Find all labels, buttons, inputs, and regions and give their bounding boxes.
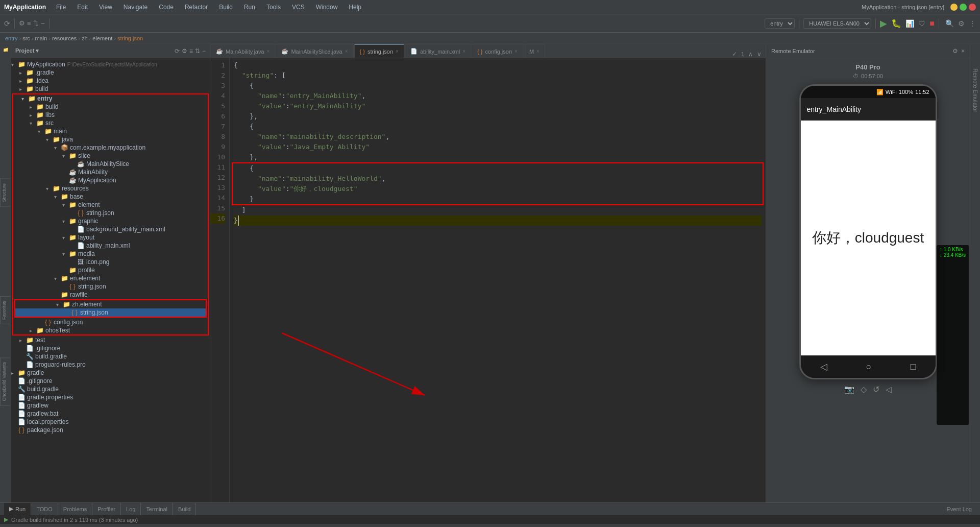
tab-close-more[interactable]: × (536, 49, 540, 54)
toolbar-icon-config[interactable]: ⚙ (19, 19, 25, 27)
tree-item-build-root[interactable]: ▸ 📁 build (11, 85, 210, 93)
tree-item-en-element[interactable]: ▾ 📁 en.element (13, 274, 208, 282)
ohosbuild-variants-tab[interactable]: OhosBuild Variants (0, 357, 10, 405)
tree-item-package[interactable]: ▾ 📦 com.example.myapplication (13, 143, 208, 152)
tree-item-src[interactable]: ▾ 📁 src (13, 119, 208, 127)
breadcrumb-entry[interactable]: entry (5, 35, 17, 41)
phone-unknown2-icon[interactable]: ◁ (886, 385, 892, 394)
nav-home-button[interactable]: ○ (866, 362, 872, 372)
btab-todo[interactable]: TODO (31, 503, 58, 515)
tree-item-profile[interactable]: ▸ 📁 profile (13, 266, 208, 274)
tree-item-gradle-folder[interactable]: ▸ 📁 gradle (11, 369, 210, 377)
tab-ability-xml[interactable]: 📄 ability_main.xml × (405, 44, 471, 58)
toolbar-icon-sort[interactable]: ⇅ (33, 19, 39, 27)
tree-item-root-build-gradle[interactable]: ▸ 🔧 build.gradle (11, 385, 210, 393)
tree-item-test[interactable]: ▸ 📁 test (11, 336, 210, 344)
toolbar-icon-sync[interactable]: ⟳ (4, 19, 10, 28)
tab-config-json[interactable]: { } config.json × (472, 44, 523, 58)
breadcrumb-main[interactable]: main (35, 35, 47, 41)
btab-run[interactable]: ▶ Run (4, 503, 31, 515)
toolbar-run-button[interactable]: ▶ (880, 18, 887, 29)
re-close-icon[interactable]: × (961, 47, 965, 55)
tree-item-mainability[interactable]: ▸ ☕ MainAbility (13, 168, 208, 176)
re-settings-icon[interactable]: ⚙ (952, 47, 958, 55)
tree-item-mainabilityslice[interactable]: ▸ ☕ MainAbilitySlice (13, 160, 208, 168)
toolbar-stop-button[interactable]: ■ (929, 19, 935, 28)
project-list-icon[interactable]: ≡ (189, 47, 193, 55)
menu-navigate[interactable]: Navigate (121, 3, 150, 12)
toolbar-coverage-button[interactable]: 🛡 (918, 19, 925, 28)
project-sort-icon[interactable]: ⇅ (195, 47, 200, 55)
menu-refactor[interactable]: Refactor (183, 3, 210, 12)
tree-item-resources[interactable]: ▾ 📁 resources (13, 184, 208, 193)
tree-item-base[interactable]: ▾ 📁 base (13, 193, 208, 201)
tree-item-zh-element[interactable]: ▾ 📁 zh.element (15, 300, 206, 308)
tab-close-mainability[interactable]: × (267, 49, 270, 54)
nav-recents-button[interactable]: □ (911, 362, 916, 372)
nav-back-button[interactable]: ◁ (820, 361, 827, 372)
tree-item-root-gitignore[interactable]: ▸ 📄 .gitignore (11, 377, 210, 385)
btab-terminal[interactable]: Terminal (141, 503, 173, 515)
tab-mainability-java[interactable]: ☕ MainAbility.java × (210, 44, 275, 58)
breadcrumb-element[interactable]: element (92, 35, 112, 41)
tab-mainabilityslice-java[interactable]: ☕ MainAbilitySlice.java × (276, 44, 353, 58)
tree-item-myapplication[interactable]: ▾ 📁 MyApplication F:\DevEcoStudioProject… (11, 60, 210, 68)
project-sync-icon[interactable]: ⟳ (175, 47, 180, 55)
tree-item-bg-xml[interactable]: ▸ 📄 background_ability_main.xml (13, 225, 208, 233)
breadcrumb-resources[interactable]: resources (52, 35, 77, 41)
menu-window[interactable]: Window (314, 3, 340, 12)
tree-item-libs[interactable]: ▸ 📁 libs (13, 111, 208, 119)
toolbar-more-button[interactable]: ⋮ (969, 19, 976, 28)
tree-item-build-gradle[interactable]: ▸ 🔧 build.gradle (11, 352, 210, 361)
tab-string-json[interactable]: { } string.json × (354, 44, 404, 58)
menu-run[interactable]: Run (242, 3, 257, 12)
close-button[interactable] (969, 4, 976, 11)
toolbar-search-button[interactable]: 🔍 (945, 19, 954, 28)
tree-item-java[interactable]: ▾ 📁 java (13, 135, 208, 143)
tree-item-layout[interactable]: ▾ 📁 layout (13, 233, 208, 242)
toolbar-settings-button[interactable]: ⚙ (958, 19, 965, 28)
tree-item-rawfile[interactable]: ▸ 📁 rawfile (13, 291, 208, 299)
tree-item-idea[interactable]: ▸ 📁 .idea (11, 77, 210, 85)
phone-rotate-icon[interactable]: ↺ (873, 385, 879, 394)
menu-edit[interactable]: Edit (75, 3, 90, 12)
favorites-tab[interactable]: Favorites (0, 296, 10, 324)
btab-build[interactable]: Build (173, 503, 196, 515)
menu-build[interactable]: Build (217, 3, 235, 12)
toolbar-profile-button[interactable]: 📊 (905, 19, 914, 28)
menu-file[interactable]: File (54, 3, 68, 12)
module-select[interactable]: entry (765, 18, 795, 29)
project-collapse-icon[interactable]: − (202, 47, 206, 55)
minimize-button[interactable] (950, 4, 958, 11)
tree-item-gradle[interactable]: ▸ 📁 .gradle (11, 68, 210, 77)
code-editor[interactable]: 1 2 3 4 5 6 7 8 9 10 11 12 13 14 15 16 (210, 58, 766, 502)
tree-item-element[interactable]: ▾ 📁 element (13, 201, 208, 209)
tree-item-gradlew[interactable]: ▸ 📄 gradlew (11, 401, 210, 410)
remote-emulator-side-label[interactable]: Remote Emulator (971, 64, 979, 116)
menu-tools[interactable]: Tools (264, 3, 283, 12)
tree-item-package-json[interactable]: ▸ { } package.json (11, 426, 210, 434)
menu-help[interactable]: Help (347, 3, 363, 12)
tree-item-local-properties[interactable]: ▸ 📄 local.properties (11, 418, 210, 426)
tree-item-ability-xml[interactable]: ▸ 📄 ability_main.xml (13, 242, 208, 250)
btab-log[interactable]: Log (121, 503, 141, 515)
tree-item-gradle-properties[interactable]: ▸ 📄 gradle.properties (11, 393, 210, 401)
tree-item-graphic[interactable]: ▾ 📁 graphic (13, 217, 208, 225)
menu-vcs[interactable]: VCS (290, 3, 307, 12)
structure-tab[interactable]: Structure (0, 179, 10, 207)
tab-more[interactable]: M × (524, 44, 545, 58)
tree-item-ohostest[interactable]: ▸ 📁 ohosTest (13, 326, 208, 334)
tree-item-proguard[interactable]: ▸ 📄 proguard-rules.pro (11, 361, 210, 369)
tree-item-myapplication-class[interactable]: ▸ ☕ MyApplication (13, 176, 208, 184)
toolbar-debug-button[interactable]: 🐛 (891, 18, 901, 28)
tree-item-media[interactable]: ▾ 📁 media (13, 250, 208, 258)
tab-close-string[interactable]: × (396, 49, 399, 54)
device-select[interactable]: HUAWEI ELS-AN00 (803, 18, 871, 29)
editor-nav-up[interactable]: ∧ (748, 51, 753, 58)
tree-item-entry[interactable]: ▾ 📁 entry (13, 94, 208, 103)
tree-item-main[interactable]: ▾ 📁 main (13, 127, 208, 135)
toolbar-icon-minus[interactable]: − (41, 19, 45, 28)
toolbar-icon-list[interactable]: ≡ (27, 19, 31, 27)
tree-item-build[interactable]: ▸ 📁 build (13, 103, 208, 111)
phone-screenshot-icon[interactable]: 📷 (844, 385, 854, 394)
